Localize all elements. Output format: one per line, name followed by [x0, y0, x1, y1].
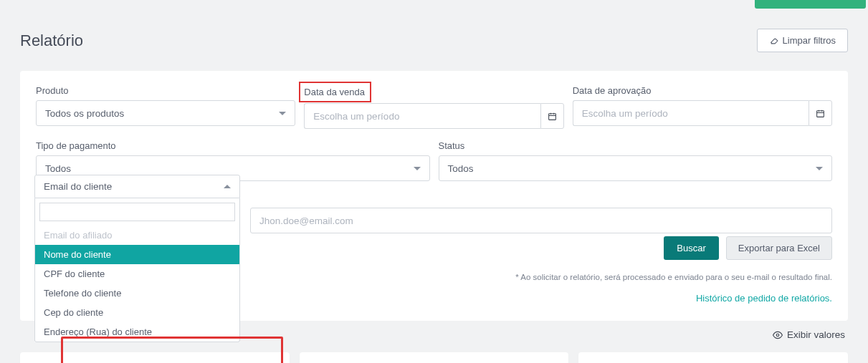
show-values-toggle[interactable]: Exibir valores — [773, 329, 845, 340]
svg-rect-4 — [817, 110, 824, 117]
status-select[interactable]: Todos — [439, 155, 833, 181]
clear-filters-label: Limpar filtros — [783, 35, 836, 46]
calendar-icon — [816, 109, 825, 118]
calendar-icon — [548, 112, 557, 121]
status-label: Status — [439, 140, 833, 151]
product-value: Todos os produtos — [45, 108, 124, 119]
page-title: Relatório — [20, 32, 83, 50]
approval-date-calendar-button[interactable] — [809, 100, 832, 126]
sale-date-label: Data da venda — [304, 87, 365, 97]
sale-date-input[interactable] — [304, 103, 540, 129]
search-by-select[interactable]: Email do cliente — [34, 175, 240, 198]
chevron-up-icon — [224, 185, 231, 188]
header-accent — [755, 0, 866, 9]
dropdown-option[interactable]: Email do afiliado — [35, 226, 239, 245]
dropdown-option[interactable]: Telefone do cliente — [35, 284, 239, 303]
eye-icon — [773, 330, 783, 340]
sale-date-calendar-button[interactable] — [540, 103, 564, 129]
stat-card-commission: Comissão — [578, 352, 848, 364]
approval-date-label: Data de aprovação — [573, 85, 832, 96]
eraser-icon — [769, 36, 778, 45]
svg-rect-0 — [548, 113, 555, 120]
report-history-link[interactable]: Histórico de pedido de relatórios. — [696, 293, 832, 304]
status-value: Todos — [448, 163, 474, 174]
approval-date-input[interactable] — [573, 100, 809, 126]
search-by-value: Email do cliente — [44, 181, 112, 192]
dropdown-option-selected[interactable]: Nome do cliente — [35, 245, 239, 264]
stat-card-pending: Vendas pendentes — [300, 352, 569, 364]
search-value-input[interactable] — [250, 208, 832, 233]
show-values-label: Exibir valores — [787, 329, 845, 340]
chevron-down-icon — [414, 167, 421, 170]
payment-type-value: Todos — [45, 163, 71, 174]
product-select[interactable]: Todos os produtos — [36, 100, 295, 126]
search-button[interactable]: Buscar — [664, 236, 718, 260]
svg-point-8 — [776, 334, 779, 337]
dropdown-option[interactable]: Endereço (Rua) do cliente — [35, 322, 239, 342]
payment-type-label: Tipo de pagamento — [36, 140, 430, 151]
dropdown-option[interactable]: CPF do cliente — [35, 264, 239, 284]
dropdown-option[interactable]: Cep do cliente — [35, 303, 239, 322]
clear-filters-button[interactable]: Limpar filtros — [757, 29, 848, 52]
stat-card-1 — [20, 352, 290, 364]
chevron-down-icon — [816, 167, 823, 170]
export-excel-button[interactable]: Exportar para Excel — [726, 236, 832, 260]
product-label: Produto — [36, 85, 295, 96]
search-by-dropdown: Email do cliente Email do afiliado Nome … — [34, 175, 240, 342]
report-note: * Ao solicitar o relatório, será process… — [515, 273, 832, 281]
chevron-down-icon — [279, 112, 286, 115]
dropdown-search-input[interactable] — [39, 203, 235, 221]
